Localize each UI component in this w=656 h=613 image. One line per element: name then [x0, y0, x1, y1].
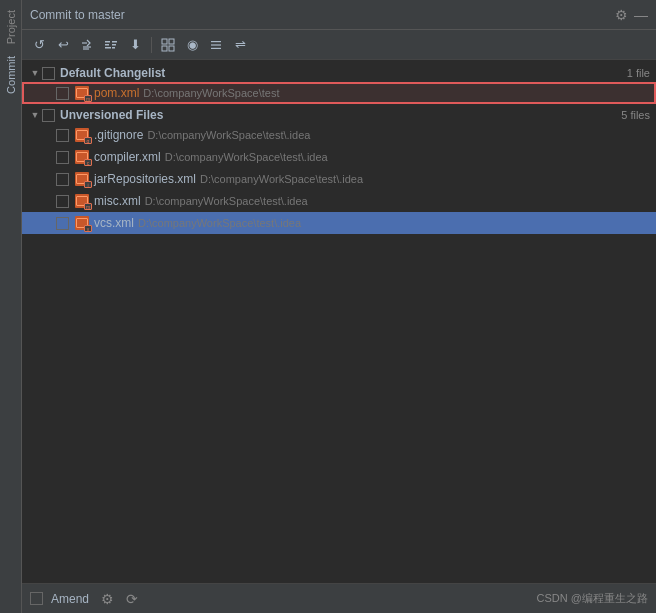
toolbar-sep-1: [151, 37, 152, 53]
expand-arrow-default: ▼: [28, 66, 42, 80]
svg-rect-2: [105, 47, 111, 49]
misc-xml-name: misc.xml: [94, 194, 141, 208]
jar-xml-icon: j: [74, 171, 90, 187]
default-changelist-label: Default Changelist: [60, 66, 623, 80]
svg-rect-0: [105, 41, 110, 43]
unversioned-header[interactable]: ▼ Unversioned Files 5 files: [22, 106, 656, 124]
vcs-xml-checkbox[interactable]: [56, 217, 69, 230]
move-button[interactable]: [76, 34, 98, 56]
title-bar-title: Commit to master: [30, 8, 125, 22]
refresh-button[interactable]: ↺: [28, 34, 50, 56]
jar-xml-checkbox[interactable]: [56, 173, 69, 186]
gitignore-checkbox[interactable]: [56, 129, 69, 142]
misc-xml-icon: m: [74, 193, 90, 209]
compiler-xml-path: D:\companyWorkSpace\test\.idea: [165, 151, 328, 163]
filter-button[interactable]: ⇌: [229, 34, 251, 56]
unversioned-group: ▼ Unversioned Files 5 files g .gitignore…: [22, 106, 656, 234]
title-bar: Commit to master ⚙ —: [22, 0, 656, 30]
sidebar-tab-commit[interactable]: Commit: [3, 50, 19, 100]
unversioned-label: Unversioned Files: [60, 108, 617, 122]
pom-xml-icon: m: [74, 85, 90, 101]
file-jar-xml[interactable]: j jarRepositories.xml D:\companyWorkSpac…: [22, 168, 656, 190]
svg-rect-9: [169, 46, 174, 51]
vcs-xml-name: vcs.xml: [94, 216, 134, 230]
compiler-xml-icon: c: [74, 149, 90, 165]
pom-xml-checkbox[interactable]: [56, 87, 69, 100]
file-gitignore[interactable]: g .gitignore D:\companyWorkSpace\test\.i…: [22, 124, 656, 146]
main-panel: Commit to master ⚙ — ↺ ↩: [22, 0, 656, 613]
svg-rect-12: [211, 47, 221, 48]
svg-rect-1: [105, 44, 109, 46]
svg-rect-11: [211, 44, 221, 45]
file-pom-xml[interactable]: m pom.xml D:\companyWorkSpace\test: [22, 82, 656, 104]
undo-button[interactable]: ↩: [52, 34, 74, 56]
pom-xml-name: pom.xml: [94, 86, 139, 100]
default-changelist-header[interactable]: ▼ Default Changelist 1 file: [22, 64, 656, 82]
pom-xml-path: D:\companyWorkSpace\test: [143, 87, 279, 99]
default-changelist-checkbox[interactable]: [42, 67, 55, 80]
list-button[interactable]: [205, 34, 227, 56]
svg-rect-5: [112, 47, 115, 49]
left-sidebar: Project Commit: [0, 0, 22, 613]
unversioned-count: 5 files: [621, 109, 650, 121]
jar-xml-name: jarRepositories.xml: [94, 172, 196, 186]
svg-rect-8: [162, 46, 167, 51]
bottom-settings-icon[interactable]: ⚙: [101, 591, 114, 607]
svg-rect-10: [211, 41, 221, 42]
minimize-icon[interactable]: —: [634, 8, 648, 22]
amend-checkbox[interactable]: [30, 592, 43, 605]
sidebar-tab-project[interactable]: Project: [3, 4, 19, 50]
expand-arrow-unversioned: ▼: [28, 108, 42, 122]
watermark-text: CSDN @编程重生之路: [537, 591, 648, 606]
bottom-history-icon[interactable]: ⟳: [126, 591, 138, 607]
gitignore-name: .gitignore: [94, 128, 143, 142]
amend-label: Amend: [51, 592, 89, 606]
compiler-xml-checkbox[interactable]: [56, 151, 69, 164]
vcs-xml-path: D:\companyWorkSpace\test\.idea: [138, 217, 301, 229]
vcs-xml-icon: v: [74, 215, 90, 231]
compiler-xml-name: compiler.xml: [94, 150, 161, 164]
settings-icon[interactable]: ⚙: [615, 8, 628, 22]
eye-button[interactable]: ◉: [181, 34, 203, 56]
download-button[interactable]: ⬇: [124, 34, 146, 56]
file-compiler-xml[interactable]: c compiler.xml D:\companyWorkSpace\test\…: [22, 146, 656, 168]
misc-xml-checkbox[interactable]: [56, 195, 69, 208]
diff-button[interactable]: [100, 34, 122, 56]
title-bar-actions: ⚙ —: [615, 8, 648, 22]
group-button[interactable]: [157, 34, 179, 56]
unversioned-checkbox[interactable]: [42, 109, 55, 122]
file-misc-xml[interactable]: m misc.xml D:\companyWorkSpace\test\.ide…: [22, 190, 656, 212]
gitignore-path: D:\companyWorkSpace\test\.idea: [147, 129, 310, 141]
default-changelist-count: 1 file: [627, 67, 650, 79]
svg-rect-6: [162, 39, 167, 44]
svg-rect-7: [169, 39, 174, 44]
jar-xml-path: D:\companyWorkSpace\test\.idea: [200, 173, 363, 185]
svg-rect-3: [112, 41, 117, 43]
bottom-bar: Amend ⚙ ⟳ CSDN @编程重生之路: [22, 583, 656, 613]
svg-rect-4: [112, 44, 116, 46]
gitignore-icon: g: [74, 127, 90, 143]
file-vcs-xml[interactable]: v vcs.xml D:\companyWorkSpace\test\.idea: [22, 212, 656, 234]
misc-xml-path: D:\companyWorkSpace\test\.idea: [145, 195, 308, 207]
file-tree: ▼ Default Changelist 1 file m pom.xml D:…: [22, 60, 656, 583]
toolbar: ↺ ↩ ⬇: [22, 30, 656, 60]
